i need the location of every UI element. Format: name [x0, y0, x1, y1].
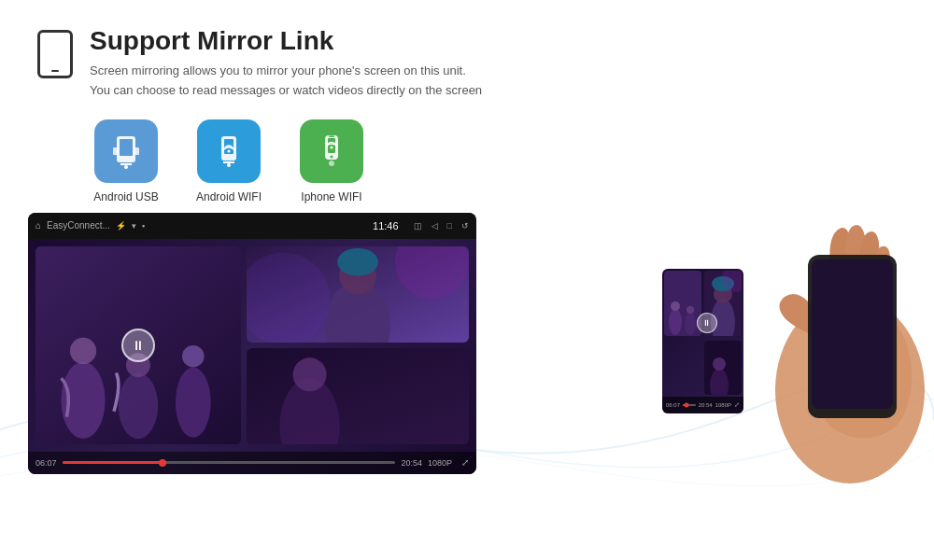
description-line2: You can choose to read messages or watch…: [90, 81, 482, 101]
home-icon: ⌂: [35, 220, 41, 231]
svg-rect-3: [113, 147, 118, 155]
phone-bottom-svg: [704, 341, 742, 395]
android-wifi-item: Android WIFI: [177, 119, 280, 203]
phone-thumb-band: [664, 271, 701, 336]
svg-point-35: [669, 309, 682, 335]
phone-screen-content: ⏸ 06:07 20:54 1080P ⤢: [662, 269, 743, 413]
car-progress-bar: 06:07 20:54 1080P ⤢: [28, 452, 476, 474]
car-video-right: [247, 246, 469, 444]
android-wifi-label: Android WIFI: [196, 190, 262, 203]
phone-device: ⏸ 06:07 20:54 1080P ⤢: [658, 255, 747, 418]
android-usb-item: Android USB: [75, 119, 177, 203]
svg-point-8: [228, 149, 231, 152]
android-usb-icon-box: [94, 119, 158, 183]
iphone-wifi-icon: [313, 133, 350, 170]
description-line1: Screen mirroring allows you to mirror yo…: [90, 62, 482, 81]
svg-point-20: [176, 367, 211, 437]
phone-expand-icon[interactable]: ⤢: [734, 401, 740, 409]
car-progress-track[interactable]: [63, 461, 396, 464]
phone-screen-bg: ⏸ 06:07 20:54 1080P ⤢: [662, 269, 743, 413]
svg-point-14: [329, 161, 334, 166]
status-time: 11:46: [373, 220, 399, 231]
svg-point-30: [292, 357, 326, 391]
pause-icon: ⏸: [132, 338, 145, 353]
iphone-wifi-item: Iphone WIFI: [280, 119, 383, 203]
phone-progress-dot: [685, 402, 689, 407]
page-title: Support Mirror Link: [90, 26, 482, 56]
android-usb-label: Android USB: [93, 190, 158, 203]
signal-icon: ▪: [142, 221, 145, 231]
volume-icon: ◁: [432, 221, 438, 231]
car-video-singer: [247, 246, 469, 343]
svg-point-11: [331, 155, 333, 158]
phone-thumb-bottom: [704, 341, 742, 395]
iphone-wifi-label: Iphone WIFI: [301, 190, 361, 203]
svg-point-7: [227, 163, 231, 167]
car-progress-dot: [159, 459, 166, 467]
svg-point-21: [182, 345, 205, 368]
svg-point-37: [685, 313, 696, 335]
fullscreen-icon[interactable]: ⤢: [461, 457, 469, 468]
car-progress-fill: [63, 461, 163, 464]
camera-icon: ◫: [414, 221, 422, 231]
svg-point-38: [686, 306, 694, 314]
car-quality: 1080P: [428, 458, 452, 468]
bottom-thumb-svg: [247, 348, 469, 444]
car-screen-content: ⏸: [28, 239, 476, 474]
page-container: Support Mirror Link Screen mirroring all…: [0, 0, 934, 560]
svg-rect-4: [134, 147, 139, 155]
phone-band-svg: [664, 271, 701, 336]
wifi-status-icon: ▾: [132, 221, 136, 231]
header-section: Support Mirror Link Screen mirroring all…: [0, 0, 934, 110]
car-time-end: 20:54: [401, 458, 422, 468]
svg-point-13: [331, 146, 333, 148]
android-wifi-icon-box: [197, 119, 261, 183]
phone-progress-bar: 06:07 20:54 1080P ⤢: [662, 397, 743, 413]
svg-rect-33: [812, 259, 893, 409]
svg-point-2: [124, 165, 128, 169]
icons-row: Android USB Android WIFI: [0, 110, 934, 213]
phone-pause-btn[interactable]: ⏸: [697, 313, 717, 333]
main-content: ⌂ EasyConnect... ⚡ ▾ ▪ 11:46 ◫ ◁ □ ↺: [0, 213, 934, 474]
screen-icon: □: [447, 221, 452, 231]
screen-status-bar: ⌂ EasyConnect... ⚡ ▾ ▪ 11:46 ◫ ◁ □ ↺: [28, 213, 476, 239]
svg-point-46: [713, 357, 726, 371]
car-video-grid: ⏸: [28, 239, 476, 452]
car-screen: ⌂ EasyConnect... ⚡ ▾ ▪ 11:46 ◫ ◁ □ ↺: [28, 213, 476, 474]
singer-svg: [247, 246, 469, 343]
car-time-start: 06:07: [35, 458, 57, 468]
iphone-wifi-icon-box: [300, 119, 363, 183]
phone-progress-track[interactable]: [683, 404, 696, 406]
phone-time-end: 20:54: [699, 402, 713, 408]
car-video-left: ⏸: [35, 246, 241, 444]
bt-icon: ⚡: [116, 221, 126, 231]
back-icon: ↺: [461, 221, 469, 231]
car-play-pause-btn[interactable]: ⏸: [121, 329, 155, 362]
app-name: EasyConnect...: [47, 220, 110, 231]
svg-rect-1: [120, 139, 133, 156]
svg-rect-12: [329, 135, 334, 137]
phone-icon: [37, 30, 73, 78]
svg-point-25: [337, 247, 378, 275]
car-video-bottom: [247, 348, 469, 444]
phone-time-start: 06:07: [666, 402, 680, 408]
phone-quality: 1080P: [715, 402, 731, 408]
svg-point-18: [119, 372, 158, 439]
phone-hand-section: ⏸ 06:07 20:54 1080P ⤢: [495, 213, 906, 474]
svg-rect-10: [328, 138, 335, 153]
android-wifi-icon: [210, 133, 248, 170]
android-usb-icon: [107, 133, 145, 170]
svg-point-17: [70, 337, 96, 363]
svg-point-36: [671, 301, 680, 311]
header-text: Support Mirror Link Screen mirroring all…: [90, 26, 482, 101]
